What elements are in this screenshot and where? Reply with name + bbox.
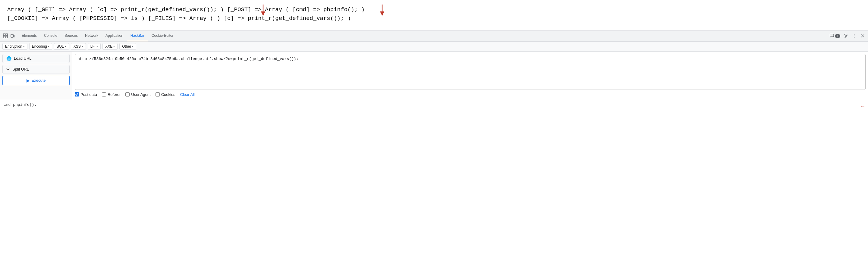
settings-icon[interactable]	[843, 33, 849, 39]
cookies-checkbox[interactable]	[156, 92, 160, 96]
tab-cookie-editor[interactable]: Cookie-Editor	[148, 30, 177, 41]
tab-sources[interactable]: Sources	[61, 30, 82, 41]
tab-elements[interactable]: Elements	[18, 30, 40, 41]
sql-arrow-icon: ▾	[65, 45, 66, 48]
lfi-label: LFI	[90, 44, 96, 49]
execute-label: Execute	[32, 78, 46, 83]
svg-point-10	[854, 34, 855, 35]
svg-rect-2	[3, 34, 5, 36]
hackbar-options-row: Post data Referer User Agent Cookies Cle…	[75, 92, 866, 97]
referer-checkbox[interactable]	[102, 92, 106, 96]
postdata-area: cmd=phpinfo(); ←	[0, 100, 868, 118]
svg-rect-5	[6, 36, 7, 38]
devtools-tabs-bar: Elements Console Sources Network Applica…	[0, 31, 868, 41]
cookies-option[interactable]: Cookies	[156, 92, 176, 97]
tab-network[interactable]: Network	[82, 30, 102, 41]
svg-rect-3	[6, 34, 7, 36]
split-url-label: Split URL	[12, 67, 29, 71]
encoding-label: Encoding	[32, 44, 47, 49]
svg-point-11	[854, 36, 855, 36]
user-agent-label: User Agent	[131, 92, 150, 97]
cookies-label: Cookies	[161, 92, 176, 97]
red-arrow-icon: ←	[861, 103, 864, 109]
post-data-checkbox[interactable]	[75, 92, 79, 96]
url-input[interactable]	[75, 54, 866, 90]
play-icon: ▶	[27, 78, 30, 83]
other-label: Other	[122, 44, 131, 49]
referer-option[interactable]: Referer	[102, 92, 121, 97]
tab-console[interactable]: Console	[40, 30, 61, 41]
user-agent-checkbox[interactable]	[125, 92, 130, 96]
close-icon[interactable]	[860, 33, 866, 39]
hackbar-right-panel: Post data Referer User Agent Cookies Cle…	[72, 52, 868, 100]
xss-label: XSS	[73, 44, 81, 49]
execute-button[interactable]: ▶ Execute	[2, 76, 70, 85]
postdata-value: cmd=phpinfo();	[4, 102, 856, 107]
message-badge-group: 1	[830, 34, 840, 38]
svg-point-9	[845, 35, 846, 37]
xxe-dropdown[interactable]: XXE ▾	[102, 43, 118, 50]
devtools-right-controls: 1	[830, 33, 866, 39]
load-url-label: Load URL	[14, 56, 32, 61]
svg-rect-7	[13, 35, 15, 37]
encoding-dropdown[interactable]: Encoding ▾	[29, 43, 52, 50]
devtools-panel: Elements Console Sources Network Applica…	[0, 30, 868, 118]
split-url-button[interactable]: ✂ Split URL	[2, 65, 70, 74]
message-icon	[830, 34, 834, 38]
globe-icon: 🌐	[6, 56, 11, 61]
hackbar-left-panel: 🌐 Load URL ✂ Split URL ▶ Execute	[0, 52, 72, 100]
lfi-arrow-icon: ▾	[96, 45, 98, 48]
more-options-icon[interactable]	[851, 33, 857, 39]
top-content: Array ( [_GET] => Array ( [c] => print_r…	[0, 0, 868, 30]
svg-rect-8	[830, 34, 834, 37]
other-arrow-icon: ▾	[132, 45, 133, 48]
output-line1: Array ( [_GET] => Array ( [c] => print_r…	[7, 5, 861, 14]
svg-rect-4	[3, 36, 5, 38]
xss-dropdown[interactable]: XSS ▾	[71, 43, 86, 50]
encryption-label: Encryption	[5, 44, 22, 49]
user-agent-option[interactable]: User Agent	[125, 92, 150, 97]
output-line2: [_COOKIE] => Array ( [PHPSESSID] => ls )…	[7, 14, 861, 23]
svg-rect-6	[11, 34, 13, 37]
tab-application[interactable]: Application	[102, 30, 127, 41]
devtools-icons-left	[2, 33, 16, 39]
scissors-icon: ✂	[6, 67, 10, 72]
post-data-option[interactable]: Post data	[75, 92, 97, 97]
other-dropdown[interactable]: Other ▾	[119, 43, 136, 50]
xxe-arrow-icon: ▾	[113, 45, 115, 48]
hackbar-toolbar: Encryption ▾ Encoding ▾ SQL ▾ XSS ▾ LFI …	[0, 41, 868, 52]
svg-point-12	[854, 37, 855, 38]
clear-all-button[interactable]: Clear All	[180, 92, 195, 97]
encoding-arrow-icon: ▾	[48, 45, 50, 48]
sql-label: SQL	[57, 44, 64, 49]
lfi-dropdown[interactable]: LFI ▾	[88, 43, 101, 50]
tab-list: Elements Console Sources Network Applica…	[18, 31, 830, 41]
device-toolbar-icon[interactable]	[10, 33, 16, 39]
xxe-label: XXE	[105, 44, 113, 49]
sql-dropdown[interactable]: SQL ▾	[54, 43, 69, 50]
referer-label: Referer	[107, 92, 121, 97]
inspect-icon[interactable]	[2, 33, 8, 39]
post-data-label: Post data	[81, 92, 97, 97]
tab-hackbar[interactable]: HackBar	[127, 30, 148, 41]
encryption-arrow-icon: ▾	[23, 45, 25, 48]
load-url-button[interactable]: 🌐 Load URL	[2, 54, 70, 63]
message-count-badge: 1	[835, 34, 840, 38]
hackbar-main: 🌐 Load URL ✂ Split URL ▶ Execute Post da…	[0, 52, 868, 100]
encryption-dropdown[interactable]: Encryption ▾	[2, 43, 27, 50]
xss-arrow-icon: ▾	[82, 45, 83, 48]
